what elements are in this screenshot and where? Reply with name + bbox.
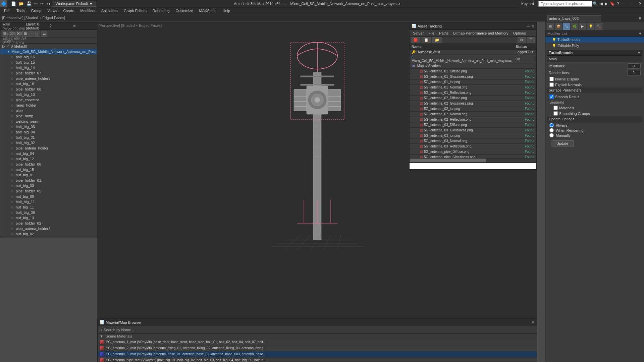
layer-item[interactable]: ◇ramp_holder (0, 103, 97, 108)
workspace-selector[interactable]: Workspace: Default ▼ (53, 1, 96, 7)
undo-icon[interactable]: ↩ (33, 1, 39, 6)
menu-maxscript[interactable]: MAXScript (197, 8, 219, 13)
asset-panel-minimize-button[interactable]: ─ (527, 24, 530, 28)
layer-item[interactable]: ◇bolt_big_13 (0, 92, 97, 97)
open-icon[interactable]: 📂 (18, 1, 25, 6)
asset-tool-btn1[interactable]: 🔴 (411, 37, 420, 43)
right-tab-hierarchy[interactable]: 🌿 (571, 23, 578, 30)
right-tab-utilities[interactable]: 🔨 (595, 23, 602, 30)
right-tab-object[interactable]: 📦 (555, 23, 562, 30)
help-search-icon[interactable]: ? (616, 1, 620, 6)
asset-scroll[interactable]: Name Status 🔑 Autodesk Vault Logged Out … (410, 44, 536, 158)
asset-path-input[interactable] (410, 163, 536, 169)
menu-animation[interactable]: Animation (99, 8, 120, 13)
asset-panel-header[interactable]: 📊 Asset Tracking ─ ✕ (410, 22, 536, 30)
layer-item[interactable]: ◇bolt_big_11 (0, 199, 97, 204)
new-icon[interactable]: 📄 (10, 1, 17, 6)
table-row[interactable]: 🖼 5G_antenna_02_Reflection.png Found (410, 117, 536, 122)
layer-item[interactable]: ◇welding_seam (0, 119, 97, 124)
explicit-normals-checkbox[interactable] (549, 82, 554, 87)
menu-customize[interactable]: Customize (173, 8, 196, 13)
layer-tool-down[interactable]: ↓ (35, 31, 41, 37)
right-tab-display2[interactable]: 💡 (587, 23, 594, 30)
menu-graph-editors[interactable]: Graph Editors (121, 8, 149, 13)
right-tab-motion[interactable]: ▶ (579, 23, 586, 30)
layer-item[interactable]: ◇nut_big_02 (0, 231, 97, 237)
layer-panel-close-button[interactable]: ✕ (73, 24, 95, 28)
table-row[interactable]: 🖼 5G_antenna_pipe_Diffuse.png Found (410, 149, 536, 155)
asset-tool-btn2[interactable]: 📋 (422, 37, 431, 43)
when-rendering-radio[interactable] (549, 128, 554, 132)
material-item[interactable]: 5G_antenna_3_mat (VRayMtl) [antenna_base… (98, 351, 537, 357)
layer-item[interactable]: ◇nut_big_12 (0, 156, 97, 162)
material-item[interactable]: 5G_antenna_1_mat (VRayMtl) [base_door, b… (98, 339, 537, 345)
asset-panel-close-button[interactable]: ✕ (531, 24, 534, 28)
table-row[interactable]: 3 Micro_Cell_5G_Mobile_Network_Antenna_o… (410, 55, 536, 63)
layer-item[interactable]: ◇bolt_big_09 (0, 210, 97, 215)
asset-tool-btn3[interactable]: 📁 (432, 37, 442, 43)
menu-rendering[interactable]: Rendering (150, 8, 172, 13)
table-row[interactable]: 🖼 5G_antenna_01_ior.png Found (410, 79, 536, 85)
table-row[interactable]: 🖼 5G_antenna_02_ior.png Found (410, 106, 536, 112)
redo-icon[interactable]: ↪ (39, 1, 45, 6)
layer-item[interactable]: ◇nut_big_04 (0, 151, 97, 156)
layer-selected-item[interactable]: ▼ Micro_Cell_5G_Mobile_Network_Antenna_o… (0, 49, 97, 54)
table-row[interactable]: 🖼 5G_antenna_01_Reflection.png Found (410, 90, 536, 96)
layer-item[interactable]: ◇nut_big_09 (0, 194, 97, 199)
update-options-header[interactable]: Update Options (547, 116, 643, 122)
menu-group[interactable]: Group (29, 8, 44, 13)
asset-menu-paths[interactable]: Paths (437, 31, 450, 36)
layer-item[interactable]: ◇pipe_antena_holder (0, 145, 97, 151)
layer-item[interactable]: ◇pipe_antena_holder2 (0, 226, 97, 231)
search-go-icon[interactable]: 🔍 (592, 1, 598, 6)
update-button[interactable]: Update (551, 140, 574, 146)
table-row[interactable]: 🗂 Maps / Shaders (410, 63, 536, 69)
main-section-header[interactable]: Main (547, 56, 643, 62)
workspace-dropdown-icon[interactable]: ▼ (89, 2, 93, 6)
modifier-expand-icon[interactable]: ▼ (638, 16, 642, 21)
material-item[interactable]: 5G_antenna_2_mat (VRayMtl) [antenna_fixi… (98, 345, 537, 351)
asset-scrollbar-thumb[interactable] (410, 159, 486, 162)
close-button[interactable]: ✕ (636, 0, 644, 7)
asset-menu-options[interactable]: Options (511, 31, 528, 36)
material-search-bar[interactable]: ▷ Search by Name ... (98, 326, 537, 334)
manually-radio[interactable] (549, 133, 554, 137)
layer-item[interactable]: ◇nut_big_15 (0, 167, 97, 172)
table-row[interactable]: 🖼 5G_antenna_02_Glossiness.png Found (410, 101, 536, 106)
search-box[interactable] (538, 1, 592, 7)
save-icon[interactable]: 💾 (25, 1, 33, 6)
modifier-dropdown-icon[interactable]: ▼ (638, 32, 642, 36)
minimize-button[interactable]: ─ (620, 0, 628, 7)
materials-checkbox[interactable] (553, 106, 558, 110)
isoline-checkbox[interactable] (549, 77, 554, 81)
always-radio[interactable] (549, 123, 554, 127)
layer-item[interactable]: ◇nut_big_03 (0, 183, 97, 188)
turbosmooth-header[interactable]: TurboSmooth ▼ (547, 50, 643, 56)
asset-tool-extra1[interactable]: ⚙ (518, 37, 526, 43)
layer-item[interactable]: ◇pipe_ramp (0, 113, 97, 119)
step-back-icon[interactable]: ⏮ (45, 1, 51, 6)
turbosmooth-collapse-icon[interactable]: ▼ (637, 51, 641, 55)
layer-item[interactable]: ◇nut_big_01 (0, 172, 97, 178)
asset-tool-extra2[interactable]: ☰ (527, 37, 535, 43)
bookmark-icon[interactable]: 🔖 (609, 1, 615, 6)
layer-item[interactable]: ◇bolt_big_04 (0, 129, 97, 135)
layer-item[interactable]: ◇bolt_big_01 (0, 135, 97, 140)
layer-item[interactable]: ◇bolt_big_15 (0, 60, 97, 65)
table-row[interactable]: 🖼 5G_antenna_pipe_Glossiness.png Found (410, 155, 536, 158)
table-row[interactable]: 🖼 5G_antenna_03_Glossiness.png Found (410, 128, 536, 133)
iterations-input[interactable] (627, 63, 641, 69)
asset-menu-bitmap-perf[interactable]: Bitmap Performance and Memory (451, 31, 510, 36)
table-row[interactable]: 🖼 5G_antenna_03_Reflection.png Found (410, 144, 536, 149)
modifier-item-turbosmooth[interactable]: 💡 TurboSmooth (545, 37, 644, 43)
layer-item[interactable]: ◇bolt_big_03 (0, 124, 97, 129)
table-row[interactable]: 🔑 Autodesk Vault Logged Out (410, 50, 536, 55)
right-tab-modifier[interactable]: 🔧 (563, 23, 570, 30)
prev-result-icon[interactable]: ◀ (599, 1, 603, 6)
layer-item[interactable]: ◇pipe_holder_05 (0, 188, 97, 194)
layer-tool-up[interactable]: ↑ (29, 31, 35, 37)
table-row[interactable]: 🖼 5G_antenna_03_ior.png Found (410, 133, 536, 138)
asset-scrollbar[interactable] (410, 158, 536, 163)
layer-item[interactable]: ◇pipe_holder_08 (0, 86, 97, 92)
layer-item[interactable]: ◇pipe (0, 108, 97, 113)
